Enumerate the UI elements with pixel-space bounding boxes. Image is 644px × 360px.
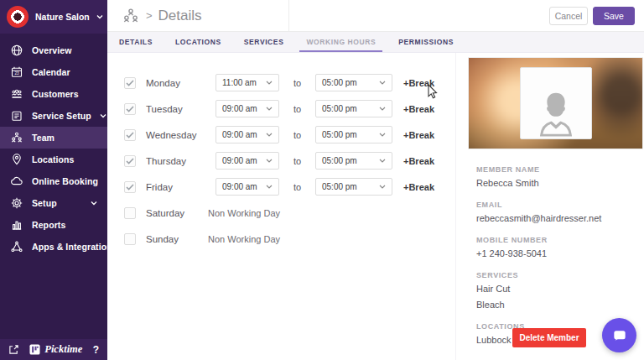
- day-label: Monday: [146, 78, 208, 88]
- start-time-select[interactable]: 09:00 am: [216, 152, 279, 170]
- add-break-link[interactable]: +Break: [403, 130, 434, 140]
- to-label: to: [279, 78, 315, 88]
- team-icon: [122, 7, 140, 25]
- sidebar-item-customers[interactable]: Customers: [0, 83, 107, 105]
- sidebar-item-overview[interactable]: Overview: [0, 39, 107, 61]
- day-label: Saturday: [146, 208, 208, 218]
- end-time-select[interactable]: 05:00 pm: [315, 100, 392, 117]
- tab-working-hours[interactable]: WORKING HOURS: [306, 32, 376, 52]
- tab-bar: DETAILS LOCATIONS SERVICES WORKING HOURS…: [107, 32, 644, 53]
- sidebar-footer: Picktime ?: [0, 339, 107, 360]
- day-checkbox[interactable]: [124, 103, 136, 115]
- end-time-select[interactable]: 05:00 pm: [315, 178, 392, 196]
- map-pin-icon: [10, 153, 23, 166]
- day-checkbox[interactable]: [124, 129, 136, 141]
- app-window: Nature Salon Overview 23 Calendar: [0, 0, 644, 360]
- tab-details[interactable]: DETAILS: [119, 32, 153, 52]
- to-label: to: [279, 104, 315, 114]
- to-label: to: [279, 156, 315, 166]
- member-fields: MEMBER NAME Rebecca Smith EMAIL rebeccas…: [476, 154, 636, 347]
- sidebar-item-apps-integrations[interactable]: Apps & Integrations: [0, 236, 107, 258]
- to-label: to: [279, 182, 315, 192]
- sidebar-item-service-setup[interactable]: Service Setup: [0, 105, 107, 127]
- chevron-down-icon: [96, 14, 103, 19]
- page-header: > Details Cancel Save: [107, 0, 644, 32]
- day-checkbox[interactable]: [124, 155, 136, 167]
- cancel-button[interactable]: Cancel: [549, 7, 588, 25]
- sidebar-menu: Overview 23 Calendar Customers Service: [0, 34, 107, 258]
- day-checkbox[interactable]: [124, 207, 136, 219]
- save-button[interactable]: Save: [593, 7, 635, 25]
- picktime-logo-icon: [29, 344, 40, 355]
- workspace-name: Nature Salon: [35, 12, 90, 22]
- day-label: Thursday: [146, 156, 208, 166]
- non-working-day-label: Non Working Day: [208, 208, 280, 218]
- chevron-down-icon: [100, 113, 106, 118]
- sidebar-item-calendar[interactable]: 23 Calendar: [0, 61, 107, 83]
- sidebar-item-team[interactable]: Team: [0, 127, 107, 149]
- add-break-link[interactable]: +Break: [403, 104, 434, 114]
- sidebar-item-setup[interactable]: Setup: [0, 192, 107, 214]
- working-hours-row-sunday: Sunday Non Working Day: [107, 226, 455, 252]
- customers-icon: [10, 87, 23, 101]
- breadcrumb: > Details: [107, 0, 289, 31]
- chat-widget-button[interactable]: [602, 318, 636, 352]
- page-title: Details: [158, 8, 202, 24]
- start-time-select[interactable]: 09:00 am: [216, 178, 279, 196]
- picktime-brand[interactable]: Picktime: [29, 343, 82, 356]
- working-hours-panel: Monday 11:00 am to 05:00 pm +Break Tuesd…: [107, 53, 455, 360]
- salon-logo: [7, 6, 29, 28]
- member-photo[interactable]: [468, 57, 643, 149]
- member-panel: MEMBER NAME Rebecca Smith EMAIL rebeccas…: [455, 53, 644, 360]
- globe-icon: [10, 44, 23, 57]
- sidebar-item-locations[interactable]: Locations: [0, 149, 107, 170]
- working-hours-row-wednesday: Wednesday 09:00 am to 05:00 pm +Break: [107, 122, 455, 148]
- member-mobile-value: +1 240-938-5041: [476, 248, 636, 260]
- cloud-icon: [10, 175, 23, 188]
- add-break-link[interactable]: +Break: [403, 156, 434, 166]
- tab-locations[interactable]: LOCATIONS: [175, 32, 221, 52]
- start-time-select[interactable]: 09:00 am: [216, 100, 279, 117]
- delete-member-button[interactable]: Delete Member: [512, 328, 586, 347]
- chevron-down-icon: [379, 159, 386, 163]
- start-time-select[interactable]: 11:00 am: [216, 74, 279, 91]
- field-label: EMAIL: [476, 201, 636, 209]
- chevron-down-icon: [379, 133, 386, 137]
- working-hours-row-friday: Friday 09:00 am to 05:00 pm +Break: [107, 174, 455, 200]
- chevron-down-icon: [379, 81, 386, 85]
- apps-icon: [10, 240, 23, 253]
- day-checkbox[interactable]: [124, 181, 136, 193]
- add-break-link[interactable]: +Break: [403, 78, 434, 88]
- day-label: Friday: [146, 182, 208, 192]
- workspace-switcher[interactable]: Nature Salon: [0, 0, 107, 34]
- member-service-value: Hair Cut: [476, 283, 636, 295]
- end-time-select[interactable]: 05:00 pm: [315, 152, 392, 170]
- sidebar: Nature Salon Overview 23 Calendar: [0, 0, 107, 360]
- help-button[interactable]: ?: [93, 344, 99, 356]
- sidebar-item-reports[interactable]: Reports: [0, 214, 107, 236]
- chevron-down-icon: [266, 185, 273, 189]
- field-label: MOBILE NUMBER: [476, 236, 636, 244]
- add-break-link[interactable]: +Break: [403, 182, 434, 192]
- tab-permissions[interactable]: PERMISSIONS: [398, 32, 454, 52]
- working-hours-row-monday: Monday 11:00 am to 05:00 pm +Break: [107, 70, 455, 96]
- external-link-icon[interactable]: [8, 344, 19, 355]
- tab-services[interactable]: SERVICES: [244, 32, 284, 52]
- end-time-select[interactable]: 05:00 pm: [315, 74, 392, 91]
- bar-chart-icon: [10, 218, 23, 232]
- team-icon: [10, 131, 23, 144]
- day-label: Tuesday: [146, 104, 208, 114]
- field-label: MEMBER NAME: [476, 165, 636, 174]
- sidebar-item-online-booking[interactable]: Online Booking: [0, 170, 107, 192]
- chevron-down-icon: [266, 81, 273, 85]
- working-hours-row-saturday: Saturday Non Working Day: [107, 200, 455, 226]
- avatar: [520, 67, 592, 139]
- day-checkbox[interactable]: [124, 233, 136, 245]
- start-time-select[interactable]: 09:00 am: [216, 126, 279, 143]
- day-checkbox[interactable]: [124, 77, 136, 89]
- working-hours-row-tuesday: Tuesday 09:00 am to 05:00 pm +Break: [107, 96, 455, 122]
- gear-icon: [10, 196, 23, 210]
- person-silhouette-icon: [530, 86, 582, 138]
- end-time-select[interactable]: 05:00 pm: [315, 126, 392, 143]
- day-label: Wednesday: [146, 130, 208, 140]
